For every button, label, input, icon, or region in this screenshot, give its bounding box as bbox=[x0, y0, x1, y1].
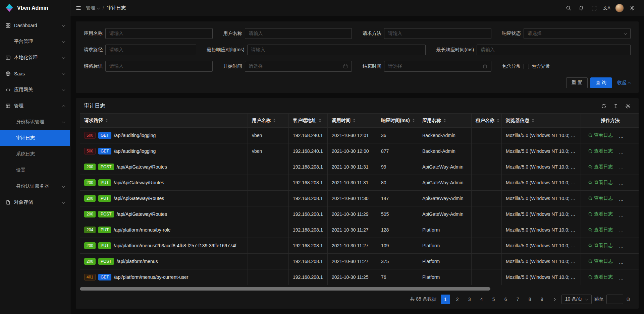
cell-tenant-name bbox=[472, 238, 502, 254]
view-log-button[interactable]: 查看日志 bbox=[588, 164, 613, 170]
field-label: 链路标识 bbox=[84, 63, 103, 69]
response-status-select[interactable]: 请选择 bbox=[524, 28, 631, 39]
collapse-link[interactable]: 收起 bbox=[617, 80, 631, 86]
sidebar-item-platform[interactable]: 平台管理 bbox=[0, 34, 70, 50]
sort-icon[interactable] bbox=[412, 119, 415, 122]
sidebar-item-label: 平台管理 bbox=[14, 39, 62, 45]
page-1-button[interactable]: 1 bbox=[441, 295, 450, 304]
view-log-button[interactable]: 查看日志 bbox=[588, 180, 613, 186]
status-code-badge: 200 bbox=[84, 164, 96, 170]
page-7-button[interactable]: 7 bbox=[513, 295, 523, 304]
fullscreen-icon[interactable] bbox=[588, 0, 600, 16]
column-header[interactable]: 调用时间 bbox=[328, 114, 377, 128]
column-header[interactable]: 浏览器信息 bbox=[502, 114, 581, 128]
start-time-date[interactable]: 请选择 bbox=[245, 61, 352, 72]
column-header[interactable]: 客户端地址 bbox=[289, 114, 328, 128]
sort-icon[interactable] bbox=[273, 119, 276, 122]
trace-id-input[interactable]: 请输入 bbox=[105, 61, 213, 72]
reset-button[interactable]: 重 置 bbox=[566, 77, 588, 88]
cell-tenant-name bbox=[472, 159, 502, 175]
breadcrumb-item[interactable]: 管理 bbox=[86, 5, 100, 11]
translate-icon[interactable]: 文A bbox=[600, 0, 613, 16]
view-log-button[interactable]: 查看日志 bbox=[588, 211, 613, 217]
sort-icon[interactable] bbox=[443, 119, 446, 122]
settings-icon[interactable] bbox=[625, 104, 631, 109]
next-page-button[interactable] bbox=[549, 295, 559, 304]
column-header[interactable]: 响应时间(ms) bbox=[377, 114, 418, 128]
breadcrumb-label: 审计日志 bbox=[107, 5, 126, 11]
has-exception-checkbox[interactable] bbox=[524, 64, 529, 69]
max-response-time-input[interactable]: 请输入 bbox=[477, 45, 631, 55]
page-4-button[interactable]: 4 bbox=[477, 295, 486, 304]
request-path-input[interactable]: 请输入 bbox=[105, 45, 196, 55]
cell-request-path: 200POST/api/ApiGateway/Routes bbox=[80, 206, 248, 222]
column-header[interactable]: 请求路径 bbox=[80, 114, 248, 128]
bell-icon[interactable] bbox=[575, 0, 588, 16]
sort-icon[interactable] bbox=[105, 119, 108, 122]
sort-icon[interactable] bbox=[319, 119, 321, 122]
page-size-select[interactable]: 10 条/页 bbox=[561, 295, 592, 304]
page-3-button[interactable]: 3 bbox=[465, 295, 474, 304]
page-8-button[interactable]: 8 bbox=[525, 295, 535, 304]
sidebar-item-system-logs[interactable]: 系统日志 bbox=[0, 146, 70, 162]
field-label: 响应状态 bbox=[502, 30, 521, 37]
view-log-label: 查看日志 bbox=[594, 180, 613, 186]
settings-icon[interactable] bbox=[626, 0, 639, 16]
sidebar-item-gateway[interactable]: 应用网关 bbox=[0, 82, 70, 98]
sidebar-item-auth-server[interactable]: 身份认证服务器 bbox=[0, 178, 70, 194]
sort-icon[interactable] bbox=[353, 119, 356, 122]
app-name-input[interactable]: 请输入 bbox=[105, 28, 213, 39]
request-method-input[interactable]: 请输入 bbox=[384, 28, 491, 39]
page-5-button[interactable]: 5 bbox=[489, 295, 498, 304]
status-code-badge: 200 bbox=[84, 242, 96, 249]
cell-response-time: 36 bbox=[377, 128, 418, 143]
column-header[interactable]: 用户名称 bbox=[248, 114, 289, 128]
view-log-label: 查看日志 bbox=[594, 195, 613, 201]
menu-fold-icon[interactable] bbox=[76, 5, 81, 11]
pagination-total: 共 85 条数据 bbox=[410, 296, 436, 302]
user-name-input[interactable]: 请输入 bbox=[245, 28, 352, 39]
sidebar-item-object-storage[interactable]: 对象存储 bbox=[0, 194, 70, 210]
min-response-time-input[interactable]: 请输入 bbox=[247, 45, 426, 55]
view-log-button[interactable]: 查看日志 bbox=[588, 258, 613, 264]
logo[interactable]: Vben Admin bbox=[0, 0, 70, 16]
admin-icon bbox=[5, 103, 11, 109]
view-log-button[interactable]: 查看日志 bbox=[588, 243, 613, 249]
view-log-button[interactable]: 查看日志 bbox=[588, 227, 613, 233]
chevron-down-icon bbox=[62, 120, 65, 123]
sidebar-item-audit-logs[interactable]: 审计日志 bbox=[0, 130, 70, 146]
sidebar-item-dashboard[interactable]: Dashboard bbox=[0, 17, 70, 34]
view-log-button[interactable]: 查看日志 bbox=[588, 148, 613, 154]
sidebar-item-saas[interactable]: Saas bbox=[0, 66, 70, 82]
scrollbar-thumb[interactable] bbox=[80, 287, 490, 291]
view-log-button[interactable]: 查看日志 bbox=[588, 274, 613, 280]
delete-label: 删除 bbox=[625, 132, 634, 138]
sort-icon[interactable] bbox=[497, 119, 499, 122]
end-time-date[interactable]: 请选择 bbox=[384, 61, 491, 72]
breadcrumb-item[interactable]: 审计日志 bbox=[107, 5, 126, 11]
page-6-button[interactable]: 6 bbox=[501, 295, 511, 304]
column-height-icon[interactable] bbox=[613, 104, 619, 109]
sidebar-item-localization[interactable]: 本地化管理 bbox=[0, 50, 70, 66]
page-9-button[interactable]: 9 bbox=[537, 295, 547, 304]
jump-page-input[interactable] bbox=[606, 295, 623, 304]
view-log-button[interactable]: 查看日志 bbox=[588, 132, 613, 138]
column-header[interactable]: 租户名称 bbox=[472, 114, 502, 128]
dashboard-icon bbox=[5, 23, 11, 28]
cell-call-time: 2021-10-30 11:27 bbox=[328, 238, 377, 254]
search-icon[interactable] bbox=[562, 0, 575, 16]
column-label: 客户端地址 bbox=[293, 118, 316, 124]
refresh-icon[interactable] bbox=[601, 104, 606, 109]
sidebar-item-identity[interactable]: 身份标识管理 bbox=[0, 114, 70, 130]
query-button[interactable]: 查 询 bbox=[590, 77, 612, 88]
sidebar-item-admin[interactable]: 管理 bbox=[0, 98, 70, 114]
horizontal-scrollbar[interactable] bbox=[80, 287, 635, 291]
cell-user-name bbox=[248, 254, 289, 269]
page-2-button[interactable]: 2 bbox=[453, 295, 462, 304]
user-avatar[interactable] bbox=[613, 0, 626, 16]
sort-icon[interactable] bbox=[532, 119, 534, 122]
view-log-button[interactable]: 查看日志 bbox=[588, 195, 613, 201]
sidebar-item-settings[interactable]: 设置 bbox=[0, 162, 70, 178]
column-header[interactable]: 应用名称 bbox=[418, 114, 472, 128]
sidebar-item-label: 身份标识管理 bbox=[16, 119, 62, 125]
